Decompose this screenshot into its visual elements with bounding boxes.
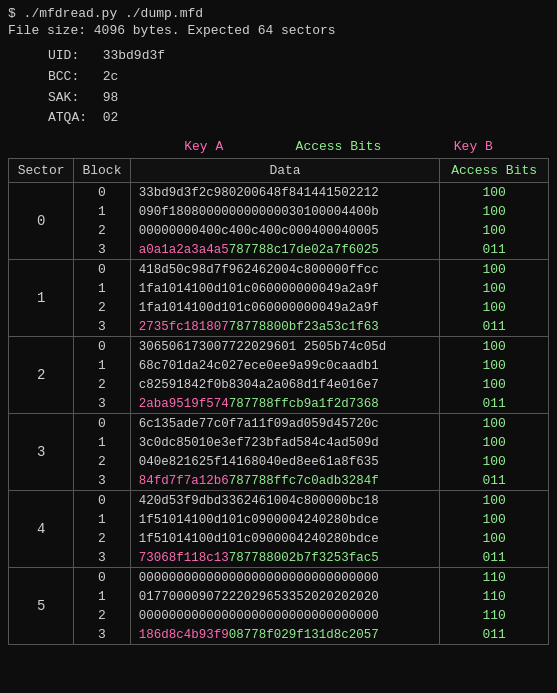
access-bits-cell: 110 bbox=[440, 568, 549, 588]
main-table: Sector Block Data Access Bits 0033bd9d3f… bbox=[8, 158, 549, 645]
block-cell: 1 bbox=[74, 279, 131, 298]
access-bits-cell: 100 bbox=[440, 491, 549, 511]
block-cell: 3 bbox=[74, 471, 131, 491]
block-cell: 3 bbox=[74, 625, 131, 645]
access-bits-cell: 100 bbox=[440, 414, 549, 434]
access-bits-cell: 100 bbox=[440, 337, 549, 357]
data-cell: 1f51014100d101c0900004240280bdce bbox=[130, 529, 440, 548]
data-cell: 3c0dc85010e3ef723bfad584c4ad509d bbox=[130, 433, 440, 452]
sak-label: SAK: bbox=[48, 90, 79, 105]
block-cell: 0 bbox=[74, 568, 131, 588]
uid-label: UID: bbox=[48, 48, 79, 63]
data-cell: 01770000907222029653352020202020 bbox=[130, 587, 440, 606]
access-bits-cell: 110 bbox=[440, 606, 549, 625]
sector-cell: 0 bbox=[9, 183, 74, 260]
data-cell: c82591842f0b8304a2a068d1f4e016e7 bbox=[130, 375, 440, 394]
access-bits-cell: 011 bbox=[440, 625, 549, 645]
access-bits-middle-label: Access Bits bbox=[296, 139, 382, 154]
access-bits-cell: 011 bbox=[440, 394, 549, 414]
access-bits-cell: 011 bbox=[440, 317, 549, 337]
file-info: File size: 4096 bytes. Expected 64 secto… bbox=[8, 23, 549, 38]
access-bits-cell: 011 bbox=[440, 471, 549, 491]
sector-cell: 2 bbox=[9, 337, 74, 414]
data-cell: 1f51014100d101c0900004240280bdce bbox=[130, 510, 440, 529]
block-cell: 3 bbox=[74, 548, 131, 568]
block-cell: 0 bbox=[74, 260, 131, 280]
access-bits-cell: 100 bbox=[440, 298, 549, 317]
access-bits-cell: 011 bbox=[440, 548, 549, 568]
access-bits-cell: 100 bbox=[440, 433, 549, 452]
access-bits-cell: 011 bbox=[440, 240, 549, 260]
key-b-label: Key B bbox=[454, 139, 493, 154]
block-cell: 1 bbox=[74, 356, 131, 375]
block-cell: 0 bbox=[74, 414, 131, 434]
block-cell: 1 bbox=[74, 587, 131, 606]
data-cell: 090f180800000000000030100004400b bbox=[130, 202, 440, 221]
command-line: $ ./mfdread.py ./dump.mfd bbox=[8, 6, 549, 21]
block-header: Block bbox=[74, 159, 131, 183]
data-header: Data bbox=[130, 159, 440, 183]
block-cell: 0 bbox=[74, 337, 131, 357]
access-bits-cell: 100 bbox=[440, 452, 549, 471]
access-bits-cell: 100 bbox=[440, 375, 549, 394]
data-cell: 306506173007722029601 2505b74c05d bbox=[130, 337, 440, 357]
data-cell: 6c135ade77c0f7a11f09ad059d45720c bbox=[130, 414, 440, 434]
data-cell: 73068f118c13787788002b7f3253fac5 bbox=[130, 548, 440, 568]
block-cell: 2 bbox=[74, 375, 131, 394]
block-cell: 0 bbox=[74, 183, 131, 203]
key-header-row: Key A Access Bits Key B bbox=[8, 139, 549, 158]
bcc-label: BCC: bbox=[48, 69, 79, 84]
metadata-block: UID: 33bd9d3f BCC: 2c SAK: 98 ATQA: 02 bbox=[48, 46, 549, 129]
atqa-label: ATQA: bbox=[48, 110, 87, 125]
sector-cell: 5 bbox=[9, 568, 74, 645]
bcc-value: 2c bbox=[103, 69, 119, 84]
access-bits-cell: 100 bbox=[440, 202, 549, 221]
data-cell: 2735fc18180778778800bf23a53c1f63 bbox=[130, 317, 440, 337]
data-cell: 00000000400c400c400c000400040005 bbox=[130, 221, 440, 240]
sector-cell: 4 bbox=[9, 491, 74, 568]
data-cell: 420d53f9dbd3362461004c800000bc18 bbox=[130, 491, 440, 511]
block-cell: 1 bbox=[74, 202, 131, 221]
access-bits-cell: 100 bbox=[440, 510, 549, 529]
data-cell: 00000000000000000000000000000000 bbox=[130, 568, 440, 588]
access-bits-cell: 100 bbox=[440, 260, 549, 280]
data-cell: 33bd9d3f2c980200648f841441502212 bbox=[130, 183, 440, 203]
block-cell: 2 bbox=[74, 298, 131, 317]
access-bits-cell: 100 bbox=[440, 279, 549, 298]
data-cell: 1fa1014100d101c060000000049a2a9f bbox=[130, 279, 440, 298]
data-cell: 84fd7f7a12b6787788ffc7c0adb3284f bbox=[130, 471, 440, 491]
block-cell: 3 bbox=[74, 317, 131, 337]
sak-value: 98 bbox=[103, 90, 119, 105]
block-cell: 2 bbox=[74, 529, 131, 548]
data-cell: 2aba9519f574787788ffcb9a1f2d7368 bbox=[130, 394, 440, 414]
data-cell: 1fa1014100d101c060000000049a2a9f bbox=[130, 298, 440, 317]
sector-cell: 3 bbox=[9, 414, 74, 491]
data-cell: a0a1a2a3a4a5787788c17de02a7f6025 bbox=[130, 240, 440, 260]
block-cell: 0 bbox=[74, 491, 131, 511]
access-bits-cell: 110 bbox=[440, 587, 549, 606]
key-a-label: Key A bbox=[184, 139, 223, 154]
uid-value: 33bd9d3f bbox=[103, 48, 165, 63]
data-cell: 00000000000000000000000000000000 bbox=[130, 606, 440, 625]
block-cell: 2 bbox=[74, 452, 131, 471]
block-cell: 3 bbox=[74, 394, 131, 414]
access-bits-cell: 100 bbox=[440, 183, 549, 203]
sector-header: Sector bbox=[9, 159, 74, 183]
block-cell: 1 bbox=[74, 510, 131, 529]
data-cell: 186d8c4b93f908778f029f131d8c2057 bbox=[130, 625, 440, 645]
block-cell: 2 bbox=[74, 221, 131, 240]
sector-cell: 1 bbox=[9, 260, 74, 337]
atqa-value: 02 bbox=[103, 110, 119, 125]
data-cell: 418d50c98d7f962462004c800000ffcc bbox=[130, 260, 440, 280]
block-cell: 2 bbox=[74, 606, 131, 625]
data-cell: 040e821625f14168040ed8ee61a8f635 bbox=[130, 452, 440, 471]
access-bits-header-col: Access Bits bbox=[440, 159, 549, 183]
data-cell: 68c701da24c027ece0ee9a99c0caadb1 bbox=[130, 356, 440, 375]
block-cell: 3 bbox=[74, 240, 131, 260]
access-bits-cell: 100 bbox=[440, 529, 549, 548]
access-bits-cell: 100 bbox=[440, 221, 549, 240]
block-cell: 1 bbox=[74, 433, 131, 452]
access-bits-cell: 100 bbox=[440, 356, 549, 375]
